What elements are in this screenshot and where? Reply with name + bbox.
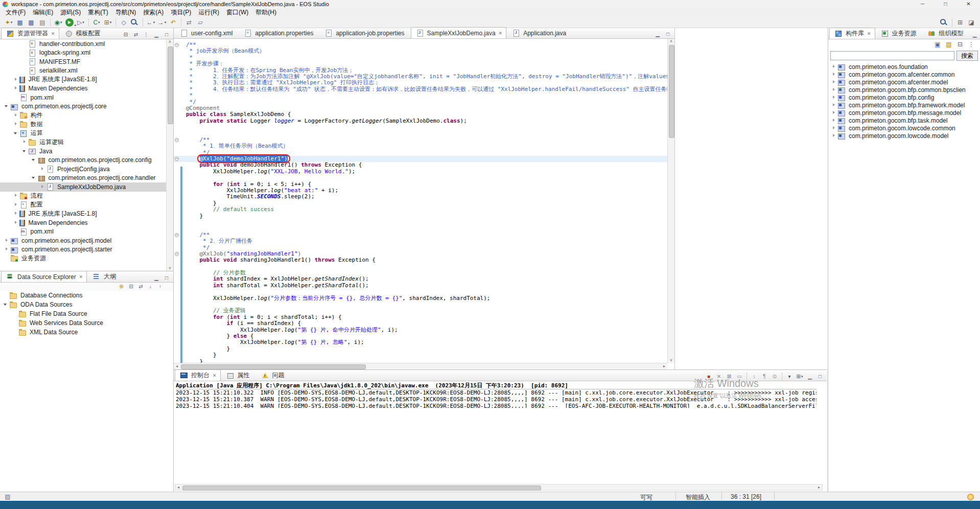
tree-item[interactable]: com.primeton.eos.projectlj.core.config xyxy=(0,156,166,165)
fold-minus-icon[interactable] xyxy=(175,157,179,161)
chevron-collapsed-icon[interactable] xyxy=(13,122,18,127)
tree-item[interactable]: com.primeton.eos.projectlj.core xyxy=(0,102,166,111)
menu-item[interactable]: 项目(P) xyxy=(167,8,195,17)
chevron-collapsed-icon[interactable] xyxy=(13,86,18,91)
chevron-collapsed-icon[interactable] xyxy=(831,64,836,70)
collapse-all-icon[interactable]: ⊟ xyxy=(955,39,965,50)
minimize-view-icon[interactable]: ▁ xyxy=(653,30,662,38)
scroll-down-arrow-icon[interactable]: ∨ xyxy=(668,358,674,362)
scrollbar-thumb[interactable] xyxy=(669,45,674,138)
tree-item[interactable]: com.primeton.eos.projectlj.model xyxy=(0,236,166,245)
open-console-icon[interactable]: ⊞▾ xyxy=(795,372,804,381)
scrollbar-thumb[interactable] xyxy=(182,485,541,491)
open-type-icon[interactable]: ◇ xyxy=(119,17,129,28)
tab-problems[interactable]: 问题 xyxy=(256,369,290,381)
tree-item[interactable]: com.primeton.gocom.bfp.framework.model xyxy=(828,101,980,109)
show-folders-icon[interactable]: ▨ xyxy=(944,39,954,50)
explorer-vertical-scrollbar[interactable]: ∧ ∨ xyxy=(166,39,173,271)
minimize-view-icon[interactable]: ▁ xyxy=(970,30,979,39)
tree-item[interactable]: logback-spring.xml xyxy=(0,49,166,58)
fold-minus-icon[interactable] xyxy=(175,252,179,256)
debug-icon[interactable]: ◉▾ xyxy=(53,17,63,28)
console-horizontal-scrollbar[interactable]: ◂ ▸ xyxy=(175,484,823,491)
tree-item[interactable]: com.primeton.gocom.bfp.common.bpsclien xyxy=(828,86,980,94)
import-profile-icon[interactable]: ↓ xyxy=(146,283,155,291)
chevron-collapsed-icon[interactable] xyxy=(831,103,836,108)
search-icon[interactable] xyxy=(130,18,140,27)
chevron-collapsed-icon[interactable] xyxy=(13,202,18,207)
collapse-all-icon[interactable]: ⊟ xyxy=(127,283,135,291)
tree-item[interactable]: com.primeton.eos.foundation xyxy=(828,63,980,71)
menu-item[interactable]: 帮助(H) xyxy=(252,8,280,17)
tab-outline[interactable]: 大纲 xyxy=(87,271,122,282)
tab-samplexxljobdemo-java[interactable]: SampleXxlJobDemo.java✕ xyxy=(411,27,507,38)
new-java-class-icon[interactable]: C▾ xyxy=(91,17,102,28)
tree-item[interactable]: pom.xml xyxy=(0,93,166,102)
new-wizard-icon[interactable]: ✦▾ xyxy=(4,17,14,28)
close-window-button[interactable]: ✕ xyxy=(957,0,980,8)
save-all-icon[interactable]: ▩ xyxy=(26,17,36,28)
scroll-left-arrow-icon[interactable]: ◂ xyxy=(176,485,181,490)
maximize-window-button[interactable]: □ xyxy=(934,0,957,8)
pin-console-icon[interactable]: ⊙ xyxy=(770,372,779,381)
scroll-right-arrow-icon[interactable]: ▸ xyxy=(662,364,667,368)
chevron-collapsed-icon[interactable] xyxy=(831,72,836,77)
menu-item[interactable]: 窗口(W) xyxy=(223,8,252,17)
tree-item[interactable]: com.primeton.gocom.lowcode.model xyxy=(828,132,980,140)
editor-body[interactable]: /** * job开发示例（Bean模式） * * 开发步骤： * 1、任务开发… xyxy=(174,39,674,369)
chevron-expanded-icon[interactable] xyxy=(13,131,18,136)
java-perspective-icon[interactable]: ◪ xyxy=(966,17,976,28)
remove-all-launches-icon[interactable]: ⊠ xyxy=(725,372,734,381)
save-icon[interactable]: ▦ xyxy=(15,17,25,28)
new-connection-profile-icon[interactable]: ⊕ xyxy=(117,283,126,291)
tree-item[interactable]: Maven Dependencies xyxy=(0,218,166,227)
chevron-expanded-icon[interactable] xyxy=(4,104,9,109)
chevron-expanded-icon[interactable] xyxy=(3,302,8,307)
link-with-editor-icon[interactable]: ⇄ xyxy=(136,283,145,291)
chevron-expanded-icon[interactable] xyxy=(31,175,36,180)
tab-user-config-xml[interactable]: user-config.xml xyxy=(175,27,238,38)
tree-item[interactable]: 业务资源 xyxy=(0,254,166,263)
tree-item[interactable]: 构件 xyxy=(0,111,166,120)
chevron-collapsed-icon[interactable] xyxy=(831,87,836,92)
tree-item[interactable]: Java xyxy=(0,147,166,156)
scroll-lock-icon[interactable]: ↕ xyxy=(750,372,759,381)
tab-business-resource[interactable]: 业务资源 xyxy=(876,28,922,39)
fold-minus-icon[interactable] xyxy=(175,233,179,237)
tree-item[interactable]: MANIFEST.MF xyxy=(0,57,166,66)
chevron-collapsed-icon[interactable] xyxy=(831,133,836,138)
tree-item[interactable]: com.primeton.gocom.bfp.task.model xyxy=(828,117,980,124)
quick-access-icon[interactable]: ▨ xyxy=(3,492,13,501)
minimize-view-icon[interactable]: ▁ xyxy=(152,30,161,39)
chevron-collapsed-icon[interactable] xyxy=(4,238,9,243)
minimize-window-button[interactable]: ─ xyxy=(911,0,934,8)
tree-item[interactable]: Maven Dependencies xyxy=(0,84,166,94)
tree-item[interactable]: com.primeton.gocom.bfp.message.model xyxy=(828,109,980,117)
status-caret-position[interactable]: 36 : 31 [26] xyxy=(731,493,761,500)
maximize-view-icon[interactable]: □ xyxy=(162,273,171,282)
chevron-collapsed-icon[interactable] xyxy=(40,184,45,190)
tree-item[interactable]: com.primeton.gocom.afcenter.common xyxy=(828,71,980,78)
link-with-editor-icon[interactable]: ⇄ xyxy=(184,17,194,28)
tree-item[interactable]: Flat File Data Source xyxy=(0,309,173,318)
tree-item[interactable]: com.primeton.gocom.bfp.config xyxy=(828,94,980,101)
chevron-collapsed-icon[interactable] xyxy=(40,167,45,172)
tree-item[interactable]: JRE 系统库 [JavaSE-1.8] xyxy=(0,75,166,84)
link-with-editor-icon[interactable]: ⇄ xyxy=(131,30,141,39)
print-icon[interactable]: ▤ xyxy=(37,17,48,28)
tab-resource-explorer[interactable]: 资源管理器✕ xyxy=(1,28,59,39)
library-search-button[interactable]: 搜索 xyxy=(956,51,978,61)
collapse-all-icon[interactable]: ⊟ xyxy=(121,30,130,39)
forward-icon[interactable]: →▾ xyxy=(157,17,167,28)
show-components-icon[interactable]: ▣ xyxy=(932,39,943,50)
tab-application-properties[interactable]: application.properties xyxy=(239,27,319,38)
run-external-tools-icon[interactable]: ▷▾ xyxy=(76,17,86,28)
last-edit-location-icon[interactable]: ↶ xyxy=(168,17,178,28)
new-java-package-icon[interactable]: ⊞▾ xyxy=(103,17,113,28)
console-output[interactable]: Application [Java 应用程序] C:\Program Files… xyxy=(176,382,816,408)
chevron-expanded-icon[interactable] xyxy=(22,149,27,154)
tree-item[interactable]: 流程 xyxy=(0,192,166,201)
minimize-view-icon[interactable]: ▁ xyxy=(805,372,814,381)
menu-item[interactable]: 源码(S) xyxy=(57,8,84,17)
tree-item[interactable]: com.primeton.gocom.lowcode.common xyxy=(828,124,980,132)
